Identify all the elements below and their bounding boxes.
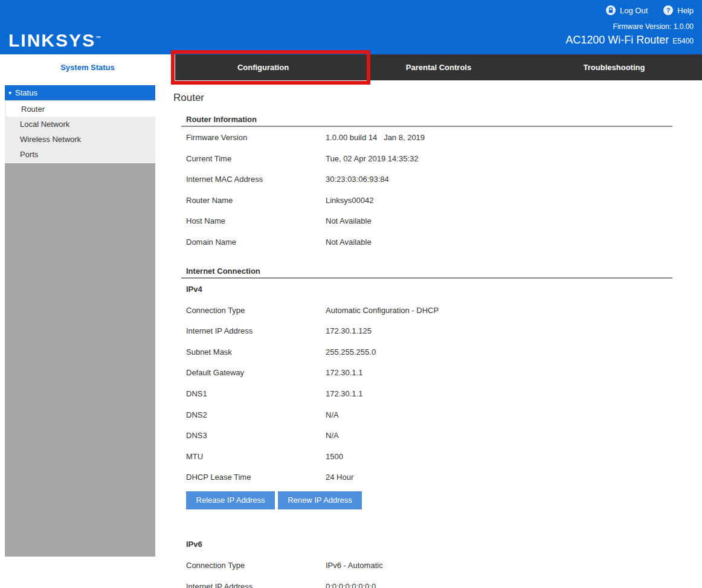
help-link[interactable]: ? Help [663, 5, 694, 15]
info-row: Internet MAC Address30:23:03:06:93:84 [181, 175, 672, 196]
ipv4-rows: Connection TypeAutomatic Configuration -… [181, 306, 672, 494]
info-row: Firmware Version1.0.00 build 14 Jan 8, 2… [181, 134, 672, 155]
row-label: Router Name [181, 196, 326, 218]
sidebar-item-local-network[interactable]: Local Network [5, 117, 155, 132]
sidebar: ▾ Status Router Local Network Wireless N… [5, 85, 155, 163]
product-model: E5400 [672, 37, 694, 45]
row-value: 255.255.255.0 [326, 348, 376, 369]
info-row: Connection TypeIPv6 - Automatic [181, 561, 672, 583]
info-row: Default Gateway172.30.1.1 [181, 369, 672, 390]
row-value: IPv6 - Automatic [326, 561, 383, 583]
row-value: 1.0.00 build 14 Jan 8, 2019 [326, 134, 425, 155]
lock-icon [606, 5, 616, 15]
row-label: Host Name [181, 217, 326, 238]
row-label: Internet IP Address [181, 327, 326, 348]
header-utilities: Log Out ? Help [606, 5, 694, 15]
row-value: N/A [326, 411, 339, 432]
page-title: Router [173, 92, 702, 104]
row-value: 0:0:0:0:0:0:0:0 [326, 583, 376, 588]
row-value: 30:23:03:06:93:84 [326, 175, 389, 196]
row-label: Internet MAC Address [181, 175, 326, 196]
tab-troubleshooting[interactable]: Troubleshooting [526, 54, 702, 80]
row-label: MTU [181, 453, 326, 474]
row-value: Not Available [326, 238, 372, 259]
row-value: Automatic Configuration - DHCP [326, 306, 439, 328]
row-label: DNS1 [181, 390, 326, 411]
chevron-down-icon: ▾ [8, 90, 11, 96]
info-row: Current TimeTue, 02 Apr 2019 14:35:32 [181, 155, 672, 176]
row-label: Connection Type [181, 306, 326, 328]
tab-system-status[interactable]: System Status [0, 54, 175, 80]
section-title: Internet Connection [181, 267, 672, 279]
info-row: Internet IP Address172.30.1.125 [181, 327, 672, 348]
info-row: DNS3N/A [181, 431, 672, 453]
row-label: Domain Name [181, 238, 326, 259]
row-label: DNS3 [181, 431, 326, 453]
ipv6-subtitle: IPv6 [181, 540, 672, 549]
row-value: 172.30.1.1 [326, 390, 362, 411]
row-label: Internet IP Address [181, 583, 326, 588]
linksys-logo: LINKSYS™ [8, 29, 101, 50]
logout-link[interactable]: Log Out [606, 5, 648, 15]
sidebar-filler [5, 163, 155, 557]
renew-ip-button[interactable]: Renew IP Address [278, 491, 362, 509]
ipv4-subtitle: IPv4 [181, 285, 672, 294]
info-row: Host NameNot Available [181, 217, 672, 238]
section-title: Router Information [181, 115, 672, 127]
row-label: Default Gateway [181, 369, 326, 390]
router-information-section: Router Information Firmware Version1.0.0… [181, 115, 672, 588]
row-label: Connection Type [181, 561, 326, 583]
tab-parental-controls[interactable]: Parental Controls [351, 54, 526, 80]
row-value: Tue, 02 Apr 2019 14:35:32 [326, 155, 418, 176]
info-row: Internet IP Address0:0:0:0:0:0:0:0 [181, 583, 672, 588]
sidebar-panel: Router Local Network Wireless Network Po… [5, 100, 155, 163]
svg-text:?: ? [666, 7, 671, 14]
info-row: Subnet Mask255.255.255.0 [181, 348, 672, 369]
info-row: Connection TypeAutomatic Configuration -… [181, 306, 672, 328]
row-label: DNS2 [181, 411, 326, 432]
row-value: Not Available [326, 217, 372, 238]
row-label: Subnet Mask [181, 348, 326, 369]
top-nav: System Status Configuration Parental Con… [0, 54, 702, 80]
product-title: AC1200 Wi-Fi RouterE5400 [565, 34, 694, 47]
row-value: N/A [326, 431, 339, 453]
sidebar-group-label: Status [15, 88, 37, 97]
ipv6-rows: Connection TypeIPv6 - Automatic Internet… [181, 561, 672, 588]
sidebar-group-status[interactable]: ▾ Status [5, 85, 155, 100]
sidebar-item-ports[interactable]: Ports [5, 147, 155, 162]
row-value: 1500 [326, 453, 343, 474]
main-content: Router Router Information Firmware Versi… [169, 85, 702, 588]
row-value: 172.30.1.1 [326, 369, 362, 390]
info-row: DNS1172.30.1.1 [181, 390, 672, 411]
row-value: 172.30.1.125 [326, 327, 372, 348]
router-information-rows: Firmware Version1.0.00 build 14 Jan 8, 2… [181, 134, 672, 259]
row-label: Firmware Version [181, 134, 326, 155]
info-row: Domain NameNot Available [181, 238, 672, 259]
info-row: DNS2N/A [181, 411, 672, 432]
info-row: MTU1500 [181, 453, 672, 474]
release-ip-button[interactable]: Release IP Address [186, 491, 275, 509]
sidebar-item-router[interactable]: Router [6, 102, 155, 117]
logout-label: Log Out [620, 6, 648, 15]
row-value: Linksys00042 [326, 196, 374, 218]
ip-buttons: Release IP Address Renew IP Address [186, 491, 672, 509]
help-label: Help [677, 6, 694, 15]
app-header: LINKSYS™ Log Out ? Help Firmware Version… [0, 0, 702, 54]
row-label: Current Time [181, 155, 326, 176]
info-row: Router NameLinksys00042 [181, 196, 672, 218]
tab-configuration[interactable]: Configuration [175, 54, 351, 80]
firmware-version-text: Firmware Version: 1.0.00 [613, 22, 694, 31]
question-icon: ? [663, 5, 673, 15]
sidebar-item-wireless-network[interactable]: Wireless Network [5, 132, 155, 147]
